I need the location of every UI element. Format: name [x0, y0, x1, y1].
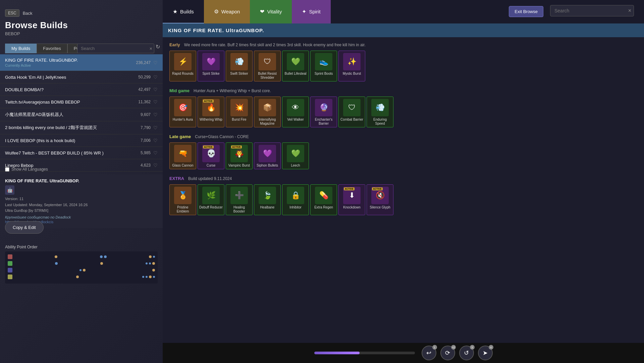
item-icon-bg: ➕ [230, 187, 248, 204]
tab-builds[interactable]: ★Builds [163, 0, 204, 23]
left-search-clear-icon[interactable]: × [150, 46, 152, 51]
heart-icon[interactable]: ♡ [153, 125, 158, 130]
build-detail-card: KING OF FIRE RATE. UltraGUNBOP. 🤖 Versio… [0, 174, 163, 228]
item-card[interactable]: 🔮 Enchanter's Barrier [310, 97, 337, 127]
bottom-skill-2[interactable]: ⟳ +2 [440, 346, 455, 360]
build-list-item[interactable]: I LOVE BEBOP (this is a hook build) 7,00… [0, 134, 163, 147]
heart-icon[interactable]: ♡ [153, 60, 158, 65]
item-card[interactable]: 🎯 Hunter's Aura [169, 97, 196, 127]
item-card[interactable]: ✨ Mystic Burst [338, 51, 365, 81]
build-name: Twitch.tv/Averagejonas BOMB BEBOP [5, 100, 138, 105]
item-icon: 🔫 [178, 149, 187, 158]
item-card[interactable]: 🔫 Glass Cannon [169, 142, 196, 169]
item-card[interactable]: ACTIVE 🔥 Withering Whip [198, 97, 224, 127]
heart-icon[interactable]: ♡ [153, 112, 158, 117]
build-list-item[interactable]: KING OF FIRE RATE. UltraGUNBOP. Currentl… [0, 54, 163, 71]
item-card[interactable]: 💜 Siphon Bullets [254, 142, 281, 169]
build-list-item[interactable]: DOUBLE BOMBA!? 42,497 ♡ [0, 83, 163, 96]
skill-icon: ↩ [426, 349, 431, 357]
section-extra: EXTRA Build updated 9.11.2024 🏅 Pristine… [169, 176, 637, 215]
build-count: 236,247 [136, 60, 151, 65]
item-card[interactable]: 💥 Burst Fire [226, 97, 253, 127]
left-search-input[interactable] [77, 44, 154, 53]
refresh-button[interactable]: ↻ [156, 44, 160, 50]
heart-icon[interactable]: ♡ [153, 150, 158, 156]
item-card[interactable]: ACTIVE ⬇ Knockdown [338, 184, 365, 215]
bottom-bar: ↩ 1 ⟳ +2 ↺ 3 ➤ 4 [163, 343, 644, 363]
tab-weapon[interactable]: ⚙Weapon [204, 0, 250, 23]
item-card[interactable]: 💚 Bullet Lifesteal [282, 51, 309, 81]
item-card[interactable]: 💜 Spirit Strike [198, 51, 224, 81]
ability-dot-10 [152, 262, 155, 265]
heart-icon[interactable]: ♡ [153, 74, 158, 80]
item-card[interactable]: ⚡ Rapid Rounds [169, 51, 196, 81]
item-card[interactable]: 🏅 Pristine Emblem [169, 184, 196, 215]
build-list-item[interactable]: 2 bombs killing every one build / 2颗手雷就团… [0, 121, 163, 134]
detail-meta: Version: 11 Last Updated: Monday, Septem… [5, 196, 158, 214]
esc-button[interactable]: ESC [5, 9, 19, 17]
item-card[interactable]: 🛡 Combat Barrier [338, 97, 365, 127]
item-name: Enduring Speed [368, 118, 392, 126]
item-card[interactable]: ➕ Healing Booster [226, 184, 253, 215]
item-card[interactable]: ACTIVE 🧛 Vampiric Burst [226, 142, 253, 169]
ability-dot-8 [146, 262, 148, 264]
bottom-skill-4[interactable]: ➤ 4 [478, 346, 493, 360]
item-card[interactable]: 📦 Intensifying Magazine [254, 97, 281, 127]
build-list-item[interactable]: Gotta Hook 'Em All | JellyKnees 50,299 ♡ [0, 71, 163, 83]
build-item-left: Twitch.tv/Averagejonas BOMB BEBOP [5, 100, 138, 105]
ability-row-2 [8, 261, 155, 266]
item-name: Bullet Lifesteal [284, 72, 306, 76]
item-name: Enchanter's Barrier [312, 118, 335, 126]
spirit-tab-icon: ✦ [302, 8, 306, 15]
item-card[interactable]: 💚 Leech [282, 142, 309, 169]
heart-icon[interactable]: ♡ [153, 87, 158, 92]
section-phase-late: Late game [169, 134, 191, 139]
item-icon-bg: 🎯 [174, 99, 192, 116]
item-card[interactable]: 💨 Enduring Speed [367, 97, 393, 127]
item-card[interactable]: 🛡 Bullet Resist Shredder [254, 51, 281, 81]
item-card[interactable]: 🔒 Inhibitor [282, 184, 309, 215]
tab-vitality[interactable]: ❤Vitality [250, 0, 292, 23]
ability-dot-5 [153, 256, 155, 258]
build-name: DOUBLE BOMBA!? [5, 87, 138, 92]
item-name: Curse [207, 164, 216, 168]
item-name: Rapid Rounds [172, 72, 193, 76]
bottom-skill-1[interactable]: ↩ 1 [422, 346, 436, 360]
section-desc-early: We need more fire rate. Buff 2 times fir… [184, 43, 366, 47]
item-icon-bg: 🛡 [259, 53, 276, 70]
ability-row-4 [8, 274, 155, 280]
heart-icon[interactable]: ♡ [153, 138, 158, 143]
exit-browse-button[interactable]: Exit Browse [509, 6, 543, 17]
section-early: Early We need more fire rate. Buff 2 tim… [169, 42, 637, 81]
show-languages-checkbox[interactable] [5, 167, 9, 172]
item-card[interactable]: ACTIVE 💀 Curse [198, 142, 224, 169]
item-icon: 💨 [376, 103, 385, 112]
item-icon: 💚 [291, 149, 300, 158]
skill-icon: ⟳ [445, 349, 450, 357]
tab-favorites[interactable]: Favorites [37, 44, 67, 53]
item-name: Healing Booster [227, 205, 251, 214]
active-badge: ACTIVE [203, 145, 214, 148]
item-icon-bg: ✨ [343, 53, 361, 70]
item-card[interactable]: ACTIVE 🔇 Silence Glyph [367, 184, 393, 215]
bottom-skill-3[interactable]: ↺ 3 [459, 346, 474, 360]
item-card[interactable]: 💨 Swift Striker [226, 51, 253, 81]
item-card[interactable]: 👁 Veil Walker [282, 97, 309, 127]
item-icon: 🏅 [178, 191, 187, 200]
build-list-item[interactable]: 小魔法师黑星星AD蒸饭机器人 9,607 ♡ [0, 108, 163, 121]
item-card[interactable]: 💊 Extra Regen [310, 184, 337, 215]
build-list-item[interactable]: Wulfee7 Twitch - BEST BEBOP BUILD ( 85% … [0, 147, 163, 159]
top-search-input[interactable] [550, 5, 634, 16]
item-card[interactable]: 🌿 Debuff Reducer [198, 184, 224, 215]
tab-my-builds[interactable]: My Builds [5, 44, 37, 53]
heart-icon[interactable]: ♡ [153, 99, 158, 105]
heart-icon[interactable]: ♡ [153, 163, 158, 168]
back-button[interactable]: Back [23, 11, 33, 16]
top-search-clear-icon[interactable]: × [628, 8, 631, 14]
item-card[interactable]: 🍃 Healbane [254, 184, 281, 215]
item-card[interactable]: 👟 Sprint Boots [310, 51, 337, 81]
copy-edit-button[interactable]: Copy & Edit [5, 221, 44, 234]
tab-spirit[interactable]: ✦Spirit [292, 0, 330, 23]
item-icon-bg: 💚 [287, 53, 304, 70]
build-list-item[interactable]: Twitch.tv/Averagejonas BOMB BEBOP 11,362… [0, 96, 163, 108]
